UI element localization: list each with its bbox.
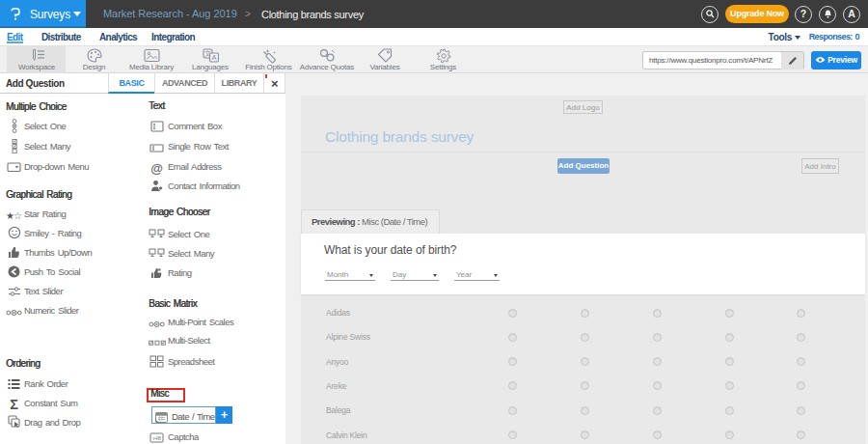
svg-text:A: A bbox=[211, 53, 216, 62]
svg-text:★: ★ bbox=[157, 266, 162, 272]
svg-text:☆: ☆ bbox=[14, 210, 22, 220]
svg-text:v48: v48 bbox=[152, 435, 161, 441]
